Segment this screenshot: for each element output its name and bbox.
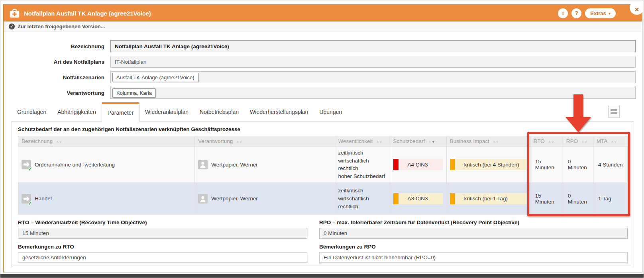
- person-icon: [198, 194, 208, 204]
- rpo-cell: 0 Minuten: [563, 183, 593, 215]
- first-aid-kit-icon: [9, 8, 20, 19]
- extras-button[interactable]: Extras ▾: [585, 8, 616, 18]
- rto-cell: 15 Minuten: [530, 147, 563, 183]
- form-row-bezeichnung: Bezeichnung Notfallplan Ausfall TK Anlag…: [8, 40, 636, 52]
- version-link: Zur letzten freigegebenen Version...: [18, 23, 105, 29]
- sort-icons: ∧∨: [236, 140, 242, 144]
- tab-bar: Grundlagen Abhängigkeiten Parameter Wied…: [12, 102, 634, 121]
- process-name: Orderannahme und -weiterleitung: [35, 162, 115, 168]
- form-row-verantwortung: Verantwortung Kolumna, Karla: [8, 87, 636, 99]
- col-mta[interactable]: MTA∧∨: [593, 136, 627, 147]
- window-title: Notfallplan Ausfall TK Anlage (agree21Vo…: [24, 10, 151, 17]
- released-check-icon: ✓: [28, 166, 32, 172]
- plan-form: Bezeichnung Notfallplan Ausfall TK Anlag…: [4, 31, 642, 99]
- mta-cell: 1 Tag: [593, 183, 627, 215]
- sort-icons: ∧∨: [611, 140, 617, 144]
- rto-rpo-section: RTO – Wiederanlaufzeit (Recovery Time Ob…: [18, 219, 628, 263]
- table-header-row: Bezeichnung∧∨ Verantwortung∧∨ Wesentlich…: [18, 136, 628, 147]
- col-rpo[interactable]: RPO∧∨: [563, 136, 593, 147]
- bezeichnung-field[interactable]: Notfallplan Ausfall TK Anlage (agree21Vo…: [110, 40, 636, 52]
- person-icon: [198, 160, 208, 169]
- responsible-name: Wertpapier, Werner: [211, 196, 258, 202]
- rpo-notes-field[interactable]: Ein Datenverlust ist nicht hinnehmbar (R…: [319, 252, 628, 263]
- szenario-chip[interactable]: Ausfall TK-Anlage (agree21Voice): [112, 73, 198, 82]
- rto-label: RTO – Wiederanlaufzeit (Recovery Time Ob…: [18, 219, 307, 225]
- wesentlichkeit-cell: zeitkritisch wirtschaftlich rechtlich ho…: [335, 147, 390, 183]
- business-impact-cell: kritisch (bei 4 Stunden): [446, 147, 530, 183]
- form-row-szenarien: Notfallszenarien Ausfall TK-Anlage (agre…: [8, 71, 636, 83]
- titlebar: Notfallplan Ausfall TK Anlage (agree21Vo…: [4, 5, 642, 22]
- list-view-toggle-icon[interactable]: [608, 106, 620, 117]
- tab-wiederherstellungsplan[interactable]: Wiederherstellungsplan: [244, 102, 314, 121]
- col-rto[interactable]: RTO∧∨: [530, 136, 563, 147]
- schutzbedarf-badge: A3 CIN3: [393, 193, 443, 204]
- szenarien-field[interactable]: Ausfall TK-Anlage (agree21Voice): [110, 71, 636, 83]
- tab-wiederanlaufplan[interactable]: Wiederanlaufplan: [139, 102, 194, 121]
- mta-cell: 4 Stunden: [593, 147, 627, 183]
- col-wesentlichkeit[interactable]: Wesentlichkeit∧∨: [335, 136, 390, 147]
- sort-icons: ∧∨: [581, 140, 587, 144]
- process-table: Bezeichnung∧∨ Verantwortung∧∨ Wesentlich…: [18, 136, 628, 215]
- verantwortung-chip[interactable]: Kolumna, Karla: [112, 88, 156, 98]
- rpo-cell: 0 Minuten: [563, 147, 593, 183]
- responsible-name: Wertpapier, Werner: [211, 162, 258, 168]
- tab-abhaengigkeiten[interactable]: Abhängigkeiten: [52, 102, 102, 121]
- col-bezeichnung[interactable]: Bezeichnung∧∨: [18, 136, 195, 147]
- wesentlichkeit-cell: zeitkritisch wirtschaftlich rechtlich: [335, 183, 390, 215]
- application-window: Notfallplan Ausfall TK Anlage (agree21Vo…: [0, 0, 644, 278]
- info-icon[interactable]: i: [558, 8, 568, 18]
- tab-parameter[interactable]: Parameter: [102, 102, 139, 121]
- help-icon[interactable]: ?: [571, 8, 581, 18]
- business-impact-badge: kritisch (bei 4 Stunden): [450, 159, 527, 170]
- table-row[interactable]: ✓ Orderannahme und -weiterleitung Wertpa…: [18, 147, 628, 183]
- tab-grundlagen[interactable]: Grundlagen: [12, 102, 52, 121]
- process-icon: ✓: [22, 194, 31, 204]
- rpo-label: RPO – max. tolerierbarer Zeitraum für Da…: [319, 219, 628, 225]
- col-business-impact[interactable]: Business Impact∧∨: [446, 136, 530, 147]
- extras-label: Extras: [590, 10, 606, 16]
- window-bottom-edge: [0, 274, 644, 278]
- col-verantwortung[interactable]: Verantwortung∧∨: [195, 136, 335, 147]
- tab-notbetriebsplan[interactable]: Notbetriebsplan: [194, 102, 244, 121]
- verantwortung-field[interactable]: Kolumna, Karla: [110, 87, 636, 99]
- check-circle-icon: ✓: [9, 23, 15, 29]
- released-check-icon: ✓: [28, 200, 32, 206]
- close-icon[interactable]: ✕: [630, 0, 644, 15]
- rto-cell: 15 Minuten: [530, 183, 563, 215]
- schutzbedarf-badge: A4 CIN3: [393, 159, 443, 170]
- process-name: Handel: [35, 196, 52, 202]
- schutzbedarf-cell: A3 CIN3: [390, 183, 446, 215]
- rto-value-field[interactable]: 15 Minuten: [18, 228, 307, 239]
- verantwortung-label: Verantwortung: [8, 90, 110, 96]
- bezeichnung-label: Bezeichnung: [8, 43, 110, 49]
- titlebar-actions: i ? Extras ▾: [558, 8, 616, 18]
- dialog-frame: Notfallplan Ausfall TK Anlage (agree21Vo…: [3, 4, 642, 272]
- process-icon: ✓: [22, 160, 31, 169]
- chevron-down-icon: ▾: [609, 11, 611, 16]
- art-label: Art des Notfallplans: [8, 59, 110, 65]
- art-field[interactable]: IT-Notfallplan: [110, 56, 636, 68]
- sort-icons: ∧∨: [548, 140, 554, 144]
- table-row[interactable]: ✓ Handel Wertpapier, Werner: [18, 183, 628, 215]
- section-title: Schutzbedarf der an den zugehörigen Notf…: [18, 126, 628, 132]
- parameter-panel: Schutzbedarf der an den zugehörigen Notf…: [12, 121, 634, 267]
- sort-icons: ∧▼: [428, 140, 436, 144]
- rpo-notes-label: Bemerkungen zu RPO: [319, 244, 628, 250]
- business-impact-cell: kritisch (bei 1 Tag): [446, 183, 530, 215]
- szenarien-label: Notfallszenarien: [8, 74, 110, 80]
- col-schutzbedarf[interactable]: Schutzbedarf∧▼: [390, 136, 446, 147]
- business-impact-badge: kritisch (bei 1 Tag): [450, 193, 527, 204]
- sort-icons: ∧∨: [493, 140, 499, 144]
- rto-notes-field[interactable]: gesetzliche Anforderungen: [18, 252, 307, 263]
- schutzbedarf-cell: A4 CIN3: [390, 147, 446, 183]
- version-bar[interactable]: ✓ Zur letzten freigegebenen Version...: [4, 22, 642, 31]
- rpo-value-field[interactable]: 0 Minuten: [319, 228, 628, 239]
- sort-icons: ∧∨: [376, 140, 382, 144]
- rto-notes-label: Bemerkungen zu RTO: [18, 244, 307, 250]
- form-row-art: Art des Notfallplans IT-Notfallplan: [8, 56, 636, 68]
- sort-icons: ∧∨: [56, 140, 62, 144]
- tab-uebungen[interactable]: Übungen: [314, 102, 348, 121]
